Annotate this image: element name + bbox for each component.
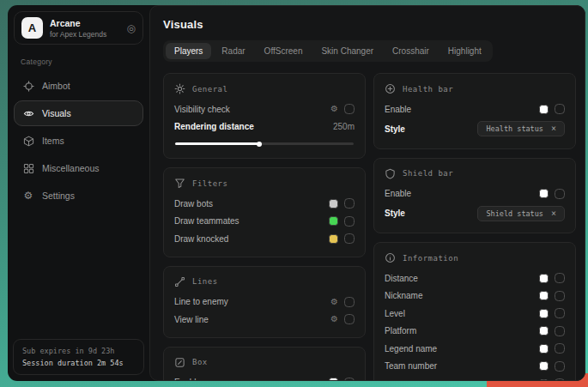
draw-knocked-checkbox[interactable] — [344, 233, 355, 244]
rendering-distance-slider[interactable] — [175, 142, 354, 145]
tab-skin-changer[interactable]: Skin Changer — [312, 43, 382, 59]
setting-label: Platform — [385, 326, 416, 336]
setting-label: Style — [385, 124, 405, 134]
draw-bots-checkbox[interactable] — [344, 198, 355, 209]
setting-row-distance: Distance — [385, 269, 565, 287]
shield-style-value: Shield status — [486, 209, 543, 218]
info-icon — [385, 252, 396, 263]
setting-label: Nickname — [385, 291, 422, 300]
draw-teammates-color-swatch[interactable] — [329, 216, 338, 226]
gear-icon[interactable]: ⚙ — [330, 315, 338, 324]
level-color-swatch[interactable] — [539, 309, 549, 318]
setting-label: Enable — [174, 378, 201, 381]
shield-enable-color-swatch[interactable] — [539, 189, 549, 198]
health-style-select[interactable]: Health status × — [477, 121, 565, 136]
gear-icon: ⚙ — [22, 190, 34, 202]
distance-checkbox[interactable] — [555, 273, 565, 283]
app-subtitle: for Apex Legends — [50, 30, 106, 39]
setting-row-nickname: Nickname — [385, 287, 565, 305]
gear-icon[interactable]: ⚙ — [330, 105, 338, 113]
setting-label: Draw teammates — [174, 216, 239, 226]
weapon-in-hands-color-swatch[interactable] — [539, 379, 549, 381]
card-title-text: Filters — [192, 179, 227, 188]
setting-row-weapon-in-hands: Weapon in hands — [385, 375, 565, 381]
right-column: Health bar Enable Style H — [373, 73, 576, 370]
rendering-distance-value: 250m — [333, 122, 355, 131]
shield-enable-checkbox[interactable] — [555, 189, 565, 199]
sidebar-item-visuals[interactable]: Visuals — [14, 100, 143, 126]
card-general: General Visibility check ⚙ Rendering dis… — [163, 73, 366, 159]
visibility-check-checkbox[interactable] — [344, 104, 355, 114]
box-enable-color-swatch[interactable] — [329, 378, 338, 381]
gear-icon[interactable]: ⚙ — [330, 298, 338, 306]
legend-name-checkbox[interactable] — [555, 343, 565, 354]
tab-players[interactable]: Players — [166, 43, 211, 59]
sidebar-item-label: Items — [42, 136, 64, 146]
sidebar-item-miscellaneous[interactable]: Miscellaneous — [14, 155, 143, 181]
card-title-text: Information — [403, 254, 458, 263]
nickname-color-swatch[interactable] — [539, 291, 549, 300]
view-line-checkbox[interactable] — [344, 314, 355, 324]
card-shield-bar: Shield bar Enable Style S — [373, 158, 576, 234]
tab-highlight[interactable]: Highlight — [439, 43, 490, 59]
sidebar-item-aimbot[interactable]: Aimbot — [14, 73, 143, 99]
team-number-checkbox[interactable] — [555, 361, 565, 372]
shield-style-select[interactable]: Shield status × — [477, 206, 565, 221]
page-title: Visuals — [163, 18, 572, 31]
platform-checkbox[interactable] — [555, 326, 565, 336]
setting-label: Style — [385, 209, 405, 218]
setting-row-box-enable: Enable — [174, 374, 355, 382]
tab-crosshair[interactable]: Crosshair — [384, 43, 438, 59]
line-to-enemy-checkbox[interactable] — [344, 297, 355, 307]
grid-icon — [22, 162, 34, 174]
tab-offscreen[interactable]: OffScreen — [256, 43, 312, 59]
card-information: Information Distance Nickname — [373, 242, 576, 381]
sub-expires-text: Sub expires in 9d 23h — [22, 347, 135, 355]
left-column: General Visibility check ⚙ Rendering dis… — [163, 73, 366, 370]
setting-label: Team number — [385, 361, 437, 371]
draw-teammates-checkbox[interactable] — [344, 216, 355, 227]
session-duration-text: Session duration 2m 54s — [22, 359, 135, 367]
app-logo: A — [21, 17, 43, 39]
sun-icon — [174, 83, 185, 94]
close-icon[interactable]: × — [551, 209, 556, 218]
shield-icon — [385, 168, 396, 179]
setting-row-platform: Platform — [385, 323, 565, 341]
scope-icon[interactable]: ◎ — [127, 23, 136, 33]
desktop-background: A Arcane for Apex Legends ◎ Category Aim… — [0, 0, 588, 387]
slider-thumb[interactable] — [257, 142, 262, 147]
sidebar-item-label: Settings — [42, 190, 75, 201]
team-number-color-swatch[interactable] — [539, 361, 549, 371]
setting-row-legend-name: Legend name — [385, 340, 565, 358]
level-checkbox[interactable] — [555, 308, 565, 318]
app-window: A Arcane for Apex Legends ◎ Category Aim… — [8, 5, 585, 381]
app-name: Arcane — [50, 18, 106, 28]
card-title-text: Lines — [192, 277, 218, 286]
setting-row-team-number: Team number — [385, 358, 565, 376]
legend-name-color-swatch[interactable] — [539, 344, 549, 354]
setting-row-visibility-check: Visibility check ⚙ — [174, 100, 355, 118]
setting-row-draw-knocked: Draw knocked — [174, 230, 355, 248]
setting-label: Enable — [385, 105, 411, 114]
setting-label: Weapon in hands — [385, 379, 452, 381]
sidebar-item-items[interactable]: Items — [14, 128, 143, 154]
draw-knocked-color-swatch[interactable] — [329, 234, 338, 244]
box-enable-checkbox[interactable] — [344, 378, 355, 381]
card-title-text: Health bar — [403, 85, 453, 94]
weapon-in-hands-checkbox[interactable] — [555, 378, 565, 381]
distance-color-swatch[interactable] — [539, 274, 549, 283]
setting-row-level: Level — [385, 305, 565, 323]
sidebar-item-settings[interactable]: ⚙ Settings — [14, 183, 143, 209]
nickname-checkbox[interactable] — [555, 291, 565, 301]
setting-label: Rendering distance — [174, 122, 254, 131]
platform-color-swatch[interactable] — [539, 326, 549, 336]
subscription-info: Sub expires in 9d 23h Session duration 2… — [13, 339, 144, 375]
sidebar-item-label: Miscellaneous — [42, 163, 100, 173]
close-icon[interactable]: × — [551, 124, 556, 133]
health-enable-checkbox[interactable] — [555, 104, 565, 114]
setting-row-view-line: View line ⚙ — [174, 311, 355, 329]
setting-row-draw-teammates: Draw teammates — [174, 213, 355, 231]
draw-bots-color-swatch[interactable] — [329, 199, 338, 209]
tab-radar[interactable]: Radar — [213, 43, 253, 59]
health-enable-color-swatch[interactable] — [539, 105, 549, 114]
